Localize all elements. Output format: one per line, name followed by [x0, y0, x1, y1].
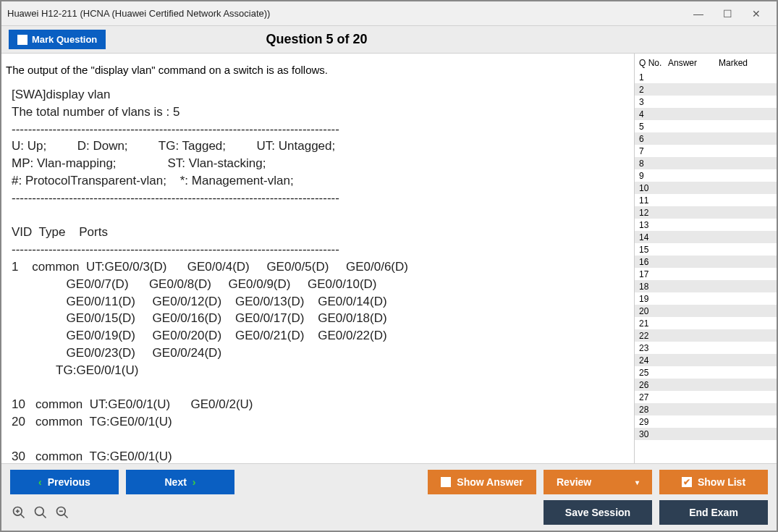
question-nav-number: 25	[639, 368, 668, 378]
question-nav-row[interactable]: 6	[635, 132, 777, 145]
question-content-scroll[interactable]: The output of the "display vlan" command…	[1, 54, 624, 463]
question-nav-row[interactable]: 10	[635, 182, 777, 194]
question-nav-number: 9	[639, 171, 668, 181]
question-nav-row[interactable]: 29	[635, 415, 777, 428]
question-nav-number: 15	[639, 245, 668, 255]
question-nav-number: 18	[639, 282, 668, 292]
svg-line-7	[64, 515, 68, 518]
question-nav-row[interactable]: 28	[635, 403, 777, 415]
question-nav-row[interactable]: 2	[635, 83, 777, 96]
question-nav-number: 10	[639, 183, 668, 193]
question-nav-row[interactable]: 13	[635, 219, 777, 231]
question-nav-row[interactable]: 23	[635, 342, 777, 354]
question-nav-row[interactable]: 22	[635, 329, 777, 342]
question-nav-row[interactable]: 24	[635, 354, 777, 366]
question-nav-row[interactable]: 4	[635, 108, 777, 120]
question-nav-number: 4	[639, 109, 668, 119]
question-nav-row[interactable]: 5	[635, 120, 777, 132]
show-list-button[interactable]: Show List	[659, 470, 768, 494]
question-nav-row[interactable]: 11	[635, 194, 777, 206]
question-nav-row[interactable]: 27	[635, 391, 777, 403]
question-content-wrap: The output of the "display vlan" command…	[1, 54, 635, 463]
question-nav-row[interactable]: 30	[635, 428, 777, 440]
question-nav-row[interactable]: 20	[635, 305, 777, 317]
previous-label: Previous	[48, 476, 90, 488]
question-nav-number: 17	[639, 269, 668, 279]
question-nav-number: 16	[639, 257, 668, 267]
next-label: Next	[164, 476, 186, 488]
zoom-in-icon[interactable]	[10, 504, 28, 521]
question-nav-row[interactable]: 21	[635, 317, 777, 329]
svg-line-1	[21, 515, 25, 518]
review-dropdown[interactable]: Review ▾	[544, 470, 652, 494]
minimize-button[interactable]: —	[684, 4, 713, 24]
question-nav-row[interactable]: 26	[635, 379, 777, 391]
question-nav-number: 28	[639, 405, 668, 415]
question-nav-row[interactable]: 15	[635, 243, 777, 256]
svg-point-4	[35, 507, 44, 516]
question-nav-number: 6	[639, 134, 668, 144]
col-marked-label: Marked	[719, 58, 774, 68]
next-button[interactable]: Next ›	[126, 470, 234, 494]
checkbox-checked-icon	[682, 477, 692, 487]
end-exam-button[interactable]: End Exam	[659, 500, 768, 525]
question-nav-row[interactable]: 18	[635, 280, 777, 292]
title-bar: Huawei H12-211 (HCNA (Huawei Certified N…	[1, 1, 777, 26]
window-controls: — ☐ ✕	[684, 4, 771, 24]
question-nav-number: 11	[639, 195, 668, 206]
question-nav-number: 13	[639, 220, 668, 230]
question-nav-number: 24	[639, 355, 668, 366]
question-nav-row[interactable]: 1	[635, 71, 777, 83]
question-nav-number: 22	[639, 331, 668, 341]
show-answer-label: Show Answer	[457, 476, 523, 488]
col-qno-label: Q No.	[639, 58, 668, 68]
question-nav-row[interactable]: 9	[635, 169, 777, 182]
show-answer-button[interactable]: Show Answer	[428, 470, 536, 494]
checkbox-empty-icon	[441, 477, 451, 487]
svg-line-5	[43, 515, 46, 518]
footer-row-main: ‹ Previous Next › Show Answer Review ▾ S…	[10, 470, 768, 494]
question-nav-number: 1	[639, 72, 668, 83]
question-nav-number: 29	[639, 417, 668, 427]
question-nav-number: 26	[639, 380, 668, 390]
chevron-left-icon: ‹	[38, 476, 42, 488]
chevron-right-icon: ›	[193, 476, 196, 488]
question-nav-number: 21	[639, 318, 668, 329]
question-nav-list[interactable]: 1234567891011121314151617181920212223242…	[635, 71, 777, 463]
col-answer-label: Answer	[668, 58, 719, 68]
question-nav-number: 8	[639, 159, 668, 169]
question-nav-number: 5	[639, 122, 668, 132]
question-nav-row[interactable]: 3	[635, 96, 777, 108]
zoom-out-icon[interactable]	[54, 504, 71, 521]
save-session-label: Save Session	[565, 507, 630, 518]
app-window: Huawei H12-211 (HCNA (Huawei Certified N…	[0, 0, 778, 532]
maximize-button[interactable]: ☐	[713, 4, 742, 24]
footer-bar: ‹ Previous Next › Show Answer Review ▾ S…	[1, 463, 777, 531]
question-toolbar: Mark Question Question 5 of 20	[1, 26, 777, 54]
question-nav-number: 20	[639, 306, 668, 316]
zoom-reset-icon[interactable]	[32, 504, 49, 521]
question-nav-number: 12	[639, 208, 668, 218]
question-nav-row[interactable]: 16	[635, 256, 777, 268]
show-list-label: Show List	[698, 476, 745, 488]
review-label: Review	[557, 476, 591, 488]
question-nav-row[interactable]: 12	[635, 206, 777, 219]
question-heading: Question 5 of 20	[1, 32, 632, 47]
close-button[interactable]: ✕	[742, 4, 771, 24]
question-nav-number: 30	[639, 429, 668, 439]
question-nav-row[interactable]: 19	[635, 292, 777, 305]
question-nav-row[interactable]: 14	[635, 231, 777, 243]
question-nav-number: 27	[639, 392, 668, 402]
question-nav-number: 14	[639, 232, 668, 242]
cli-output: [SWA]display vlan The total number of vl…	[4, 86, 620, 463]
previous-button[interactable]: ‹ Previous	[10, 470, 119, 494]
save-session-button[interactable]: Save Session	[544, 500, 652, 525]
question-nav-row[interactable]: 25	[635, 366, 777, 379]
footer-row-secondary: Save Session End Exam	[10, 500, 768, 525]
question-nav-row[interactable]: 17	[635, 268, 777, 280]
question-nav-number: 7	[639, 146, 668, 156]
question-nav-number: 23	[639, 343, 668, 353]
question-nav-row[interactable]: 7	[635, 145, 777, 157]
window-title: Huawei H12-211 (HCNA (Huawei Certified N…	[7, 8, 270, 19]
question-nav-row[interactable]: 8	[635, 157, 777, 169]
